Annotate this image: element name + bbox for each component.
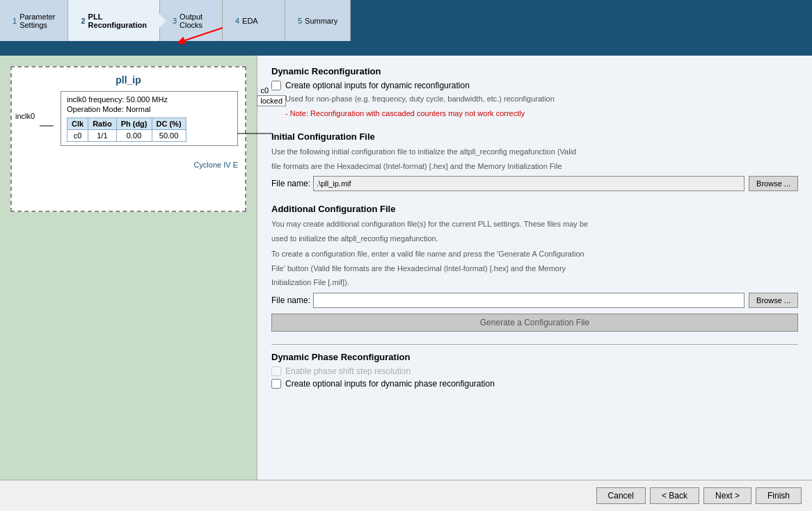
dynamic-phase-title: Dynamic Phase Reconfiguration bbox=[271, 352, 798, 362]
locked-label: locked bbox=[257, 95, 286, 106]
dynamic-reconfig-checkbox[interactable] bbox=[271, 81, 281, 90]
tabs-bar: 1 ParameterSettings 2 PLLReconfiguration… bbox=[0, 0, 812, 43]
c0-label: c0 bbox=[260, 86, 269, 95]
cancel-button[interactable]: Cancel bbox=[596, 487, 646, 504]
pll-col-clk: Clk bbox=[67, 118, 88, 130]
tab-output-label: OutputClocks bbox=[180, 13, 202, 29]
tab-eda-num: 4 bbox=[235, 17, 239, 25]
dynamic-reconfig-checkbox-label: Create optional inputs for dynamic recon… bbox=[285, 81, 470, 90]
dynamic-reconfig-section: Dynamic Reconfiguration Create optional … bbox=[271, 66, 798, 119]
pll-table: Clk Ratio Ph (dg) DC (%) c0 1/1 0.00 bbox=[67, 117, 186, 142]
dynamic-phase-label: Create optional inputs for dynamic phase… bbox=[285, 379, 495, 389]
initial-config-file-row: File name: Browse ... bbox=[271, 176, 798, 191]
initial-config-desc1: Use the following initial configuration … bbox=[271, 146, 798, 158]
additional-config-desc2: used to initialize the altpll_reconfig m… bbox=[271, 233, 798, 245]
initial-config-section: Initial Configuration File Use the follo… bbox=[271, 131, 798, 191]
pll-col-ratio: Ratio bbox=[88, 118, 117, 130]
table-row: c0 1/1 0.00 50.00 bbox=[67, 130, 186, 142]
initial-config-file-input[interactable] bbox=[313, 176, 745, 191]
tab-parameter-num: 1 bbox=[13, 17, 17, 25]
tab-output-num: 3 bbox=[173, 17, 177, 25]
next-button[interactable]: Next > bbox=[703, 487, 751, 504]
left-panel: pll_ip inclk0 inclk0 frequency: 50.000 M… bbox=[0, 56, 257, 480]
initial-config-desc2: file formats are the Hexadecimal (Intel-… bbox=[271, 161, 798, 172]
cyclone-label: Cyclone IV E bbox=[19, 161, 238, 169]
additional-config-desc5: Initialization File [.mif]). bbox=[271, 277, 798, 289]
inclk-label: inclk0 bbox=[15, 112, 35, 120]
additional-config-browse-button[interactable]: Browse ... bbox=[749, 293, 798, 308]
tab-output[interactable]: 3 OutputClocks bbox=[160, 0, 223, 41]
section-separator bbox=[271, 344, 798, 345]
row-dc: 50.00 bbox=[152, 130, 186, 142]
tab-summary[interactable]: 5 Summary bbox=[285, 0, 351, 41]
additional-config-desc4: File' button (Valid file formats are the… bbox=[271, 263, 798, 275]
tab-pll-label: PLLReconfiguration bbox=[88, 13, 147, 29]
pll-title: pll_ip bbox=[19, 74, 238, 86]
pll-freq-text: inclk0 frequency: 50.000 MHz bbox=[67, 95, 232, 104]
row-ph: 0.00 bbox=[116, 130, 152, 142]
initial-config-title: Initial Configuration File bbox=[271, 131, 798, 142]
output-line bbox=[237, 120, 272, 147]
tab-parameter-label: ParameterSettings bbox=[19, 13, 55, 29]
dynamic-phase-section: Dynamic Phase Reconfiguration Enable pha… bbox=[271, 352, 798, 389]
pll-col-ph: Ph (dg) bbox=[116, 118, 152, 130]
initial-config-browse-button[interactable]: Browse ... bbox=[749, 176, 798, 191]
tab-summary-num: 5 bbox=[298, 17, 302, 25]
back-button[interactable]: < Back bbox=[650, 487, 699, 504]
dynamic-phase-checkbox-row: Create optional inputs for dynamic phase… bbox=[271, 379, 798, 389]
generate-config-button[interactable]: Generate a Configuration File bbox=[271, 314, 798, 332]
pll-col-dc: DC (%) bbox=[152, 118, 186, 130]
main-content: pll_ip inclk0 inclk0 frequency: 50.000 M… bbox=[0, 56, 812, 480]
dynamic-reconfig-note1: Used for non-phase (e.g. frequency, duty… bbox=[285, 93, 798, 105]
additional-config-desc1: You may create additional configuration … bbox=[271, 218, 798, 230]
dynamic-phase-checkbox[interactable] bbox=[271, 379, 281, 389]
inclk-line bbox=[40, 105, 54, 147]
tab-parameter[interactable]: 1 ParameterSettings bbox=[0, 0, 68, 41]
finish-button[interactable]: Finish bbox=[756, 487, 802, 504]
phase-shift-checkbox[interactable] bbox=[271, 366, 281, 376]
blue-separator bbox=[0, 43, 812, 56]
pll-info-box: inclk0 frequency: 50.000 MHz Operation M… bbox=[61, 91, 238, 146]
bottom-bar: Cancel < Back Next > Finish bbox=[0, 480, 812, 511]
dynamic-reconfig-checkbox-row: Create optional inputs for dynamic recon… bbox=[271, 81, 798, 90]
additional-config-file-input[interactable] bbox=[313, 293, 745, 308]
additional-config-file-row: File name: Browse ... bbox=[271, 293, 798, 308]
row-ratio: 1/1 bbox=[88, 130, 117, 142]
dynamic-reconfig-note2: - Note: Reconfiguration with cascaded co… bbox=[285, 108, 798, 120]
phase-shift-checkbox-row: Enable phase shift step resolution bbox=[271, 366, 798, 376]
phase-shift-label: Enable phase shift step resolution bbox=[285, 366, 411, 376]
additional-config-section: Additional Configuration File You may cr… bbox=[271, 204, 798, 332]
dynamic-reconfig-title: Dynamic Reconfiguration bbox=[271, 66, 798, 76]
pll-mode-text: Operation Mode: Normal bbox=[67, 105, 232, 113]
additional-config-file-label: File name: bbox=[271, 295, 310, 305]
tab-eda-label: EDA bbox=[242, 17, 258, 25]
additional-config-desc3: To create a configuration file, enter a … bbox=[271, 248, 798, 260]
tab-summary-label: Summary bbox=[305, 17, 337, 25]
tab-active-arrow bbox=[159, 14, 166, 28]
tab-pll[interactable]: 2 PLLReconfiguration bbox=[68, 0, 159, 41]
tab-eda[interactable]: 4 EDA bbox=[223, 0, 285, 41]
pll-diagram-box: pll_ip inclk0 inclk0 frequency: 50.000 M… bbox=[10, 66, 246, 212]
right-panel: Dynamic Reconfiguration Create optional … bbox=[257, 56, 812, 480]
row-clk: c0 bbox=[67, 130, 88, 142]
tab-pll-num: 2 bbox=[81, 17, 85, 25]
initial-config-file-label: File name: bbox=[271, 179, 310, 188]
additional-config-title: Additional Configuration File bbox=[271, 204, 798, 214]
